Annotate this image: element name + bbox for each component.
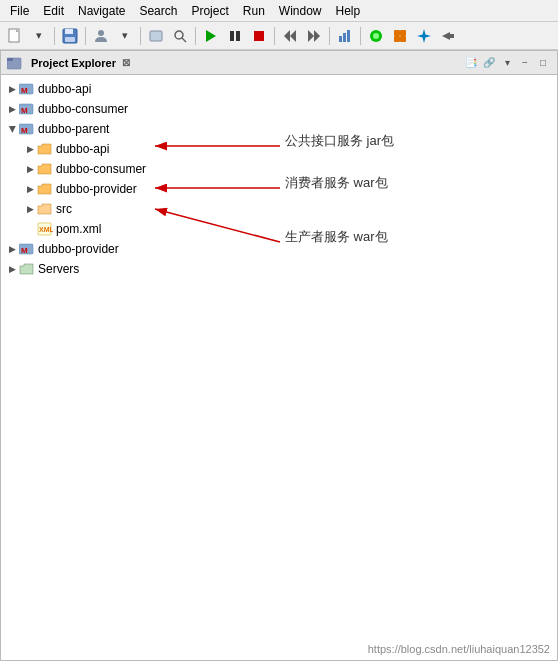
panel-header: Project Explorer ⊠ 📑 🔗 ▾ − □ bbox=[1, 51, 557, 75]
watermark: https://blog.csdn.net/liuhaiquan12352 bbox=[368, 643, 550, 655]
panel-title-badge: ⊠ bbox=[122, 57, 130, 68]
tree-label-dubbo-provider-root: dubbo-provider bbox=[38, 242, 119, 256]
svg-marker-13 bbox=[284, 30, 290, 42]
tree-icon-src bbox=[37, 201, 53, 217]
tree-item-dubbo-parent[interactable]: M dubbo-parent bbox=[1, 119, 557, 139]
tree-item-src[interactable]: src bbox=[1, 199, 557, 219]
svg-rect-22 bbox=[394, 30, 400, 36]
toolbar-user[interactable] bbox=[90, 25, 112, 47]
panel-minimize-btn[interactable]: − bbox=[517, 55, 533, 71]
toolbar-dropdown1[interactable]: ▾ bbox=[28, 25, 50, 47]
svg-rect-23 bbox=[400, 30, 406, 36]
panel-menu-btn[interactable]: ▾ bbox=[499, 55, 515, 71]
menu-navigate[interactable]: Navigate bbox=[72, 2, 131, 20]
svg-rect-4 bbox=[65, 37, 75, 42]
toolbar-search-tool[interactable] bbox=[169, 25, 191, 47]
tree-label-dubbo-consumer-root: dubbo-consumer bbox=[38, 102, 128, 116]
project-explorer-panel: Project Explorer ⊠ 📑 🔗 ▾ − □ M bbox=[0, 50, 558, 661]
tree-arrow-dubbo-consumer-root bbox=[5, 102, 19, 116]
toolbar-puzzle[interactable] bbox=[389, 25, 411, 47]
svg-rect-3 bbox=[65, 29, 73, 34]
svg-rect-24 bbox=[394, 36, 400, 42]
tree-label-dubbo-api-child: dubbo-api bbox=[56, 142, 109, 156]
svg-rect-12 bbox=[254, 31, 264, 41]
tree-item-dubbo-consumer-root[interactable]: M dubbo-consumer bbox=[1, 99, 557, 119]
toolbar-sep5 bbox=[274, 27, 275, 45]
panel-collapse-btn[interactable]: 📑 bbox=[463, 55, 479, 71]
tree-item-dubbo-provider-child[interactable]: dubbo-provider bbox=[1, 179, 557, 199]
svg-rect-17 bbox=[339, 36, 342, 42]
tree-icon-dubbo-consumer-root: M bbox=[19, 101, 35, 117]
tree-arrow-dubbo-consumer-child bbox=[23, 162, 37, 176]
tree-arrow-dubbo-parent bbox=[5, 122, 19, 136]
toolbar-arrow-right[interactable] bbox=[437, 25, 459, 47]
tree-item-dubbo-consumer-child[interactable]: dubbo-consumer bbox=[1, 159, 557, 179]
toolbar-sep1 bbox=[54, 27, 55, 45]
toolbar-sep4 bbox=[195, 27, 196, 45]
menu-project[interactable]: Project bbox=[185, 2, 234, 20]
toolbar-debug[interactable] bbox=[145, 25, 167, 47]
toolbar-run[interactable] bbox=[200, 25, 222, 47]
toolbar-skip-fwd[interactable] bbox=[303, 25, 325, 47]
svg-rect-11 bbox=[236, 31, 240, 41]
menu-window[interactable]: Window bbox=[273, 2, 328, 20]
svg-rect-28 bbox=[450, 34, 454, 38]
tree-arrow-dubbo-provider-child bbox=[23, 182, 37, 196]
panel-link-btn[interactable]: 🔗 bbox=[481, 55, 497, 71]
menu-search[interactable]: Search bbox=[133, 2, 183, 20]
toolbar: ▾ ▾ bbox=[0, 22, 558, 50]
tree-item-dubbo-api-child[interactable]: dubbo-api bbox=[1, 139, 557, 159]
menu-file[interactable]: File bbox=[4, 2, 35, 20]
svg-rect-19 bbox=[347, 30, 350, 42]
panel-controls: 📑 🔗 ▾ − □ bbox=[463, 55, 551, 71]
menubar: File Edit Navigate Search Project Run Wi… bbox=[0, 0, 558, 22]
svg-text:M: M bbox=[21, 246, 28, 255]
tree-arrow-servers bbox=[5, 262, 19, 276]
tree-icon-dubbo-parent: M bbox=[19, 121, 35, 137]
svg-point-5 bbox=[98, 30, 104, 36]
panel-maximize-btn[interactable]: □ bbox=[535, 55, 551, 71]
tree-item-pom-xml[interactable]: XML pom.xml bbox=[1, 219, 557, 239]
menu-help[interactable]: Help bbox=[330, 2, 367, 20]
tree-arrow-dubbo-provider-root bbox=[5, 242, 19, 256]
toolbar-save[interactable] bbox=[59, 25, 81, 47]
watermark-text: https://blog.csdn.net/liuhaiquan12352 bbox=[368, 643, 550, 655]
toolbar-pause[interactable] bbox=[224, 25, 246, 47]
svg-marker-15 bbox=[308, 30, 314, 42]
tree-label-dubbo-consumer-child: dubbo-consumer bbox=[56, 162, 146, 176]
toolbar-bar-chart[interactable] bbox=[334, 25, 356, 47]
toolbar-dropdown2[interactable]: ▾ bbox=[114, 25, 136, 47]
tree-item-dubbo-api-root[interactable]: M dubbo-api bbox=[1, 79, 557, 99]
svg-point-21 bbox=[373, 33, 379, 39]
tree-arrow-dubbo-api-root bbox=[5, 82, 19, 96]
svg-marker-27 bbox=[442, 32, 450, 40]
tree-label-dubbo-api-root: dubbo-api bbox=[38, 82, 91, 96]
project-explorer-icon bbox=[7, 56, 23, 70]
svg-text:M: M bbox=[21, 126, 28, 135]
toolbar-new[interactable] bbox=[4, 25, 26, 47]
toolbar-stop[interactable] bbox=[248, 25, 270, 47]
tree-label-pom-xml: pom.xml bbox=[56, 222, 101, 236]
project-tree: M dubbo-api M dubbo-consumer bbox=[1, 75, 557, 660]
svg-line-8 bbox=[182, 38, 186, 42]
toolbar-sep3 bbox=[140, 27, 141, 45]
toolbar-sparkle[interactable] bbox=[413, 25, 435, 47]
main-area: Project Explorer ⊠ 📑 🔗 ▾ − □ M bbox=[0, 50, 558, 661]
svg-text:M: M bbox=[21, 106, 28, 115]
tree-item-servers[interactable]: Servers bbox=[1, 259, 557, 279]
tree-icon-dubbo-api-child bbox=[37, 141, 53, 157]
svg-rect-18 bbox=[343, 33, 346, 42]
tree-item-dubbo-provider-root[interactable]: M dubbo-provider bbox=[1, 239, 557, 259]
toolbar-green-dot[interactable] bbox=[365, 25, 387, 47]
tree-icon-dubbo-provider-child bbox=[37, 181, 53, 197]
svg-rect-10 bbox=[230, 31, 234, 41]
svg-text:XML: XML bbox=[39, 226, 53, 233]
tree-label-dubbo-provider-child: dubbo-provider bbox=[56, 182, 137, 196]
svg-rect-25 bbox=[400, 36, 406, 42]
toolbar-skip-back[interactable] bbox=[279, 25, 301, 47]
tree-icon-pom-xml: XML bbox=[37, 221, 53, 237]
menu-edit[interactable]: Edit bbox=[37, 2, 70, 20]
tree-icon-servers bbox=[19, 261, 35, 277]
menu-run[interactable]: Run bbox=[237, 2, 271, 20]
svg-rect-6 bbox=[150, 31, 162, 41]
